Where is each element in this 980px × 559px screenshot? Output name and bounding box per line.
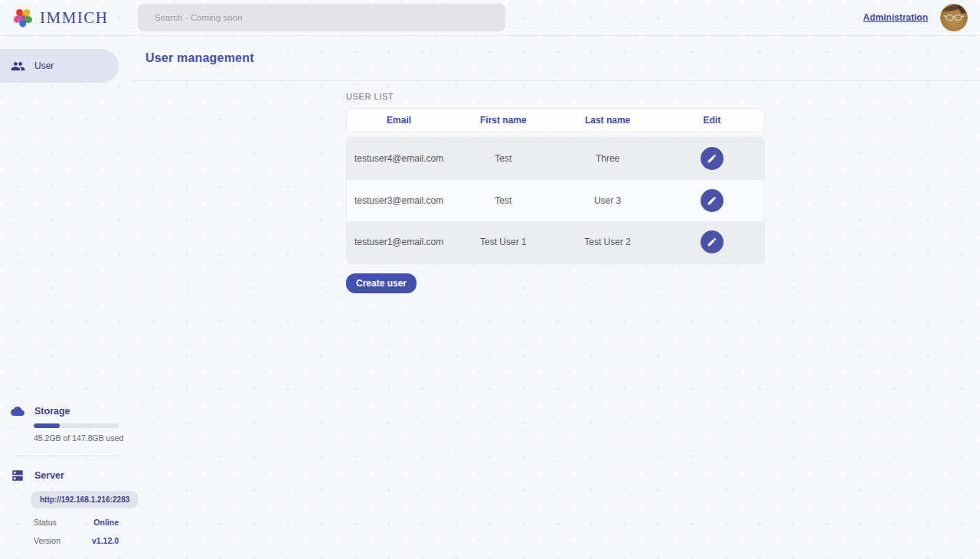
cell-last-name: User 3 (556, 195, 660, 206)
sidebar-divider (12, 456, 119, 456)
navbar-right: Administration (863, 4, 980, 31)
user-avatar[interactable] (940, 4, 968, 31)
storage-usage-text: 45.2GB of 147.8GB used (34, 433, 131, 443)
server-url-badge: http://192.168.1.216:2283 (31, 491, 139, 508)
cell-first-name: Test User 1 (451, 237, 555, 247)
table-row: testuser3@email.com Test User 3 (347, 180, 764, 222)
server-label: Server (34, 470, 64, 481)
server-icon (11, 469, 24, 482)
page-header: User management (131, 36, 980, 81)
pencil-icon (707, 195, 717, 206)
sidebar-item-user[interactable]: User (0, 49, 119, 83)
immich-logo[interactable]: IMMICH (0, 7, 126, 28)
user-table-body: testuser4@email.com Test Three te (346, 137, 765, 264)
column-header-first-name: First name (451, 115, 555, 126)
column-header-edit: Edit (660, 115, 764, 126)
server-status-value: Online (93, 518, 119, 527)
pencil-icon (707, 237, 717, 247)
table-row: testuser1@email.com Test User 1 Test Use… (347, 221, 764, 263)
storage-label: Storage (34, 406, 70, 417)
users-group-icon (11, 59, 25, 74)
pencil-icon (707, 153, 717, 164)
cell-email: testuser4@email.com (347, 153, 451, 164)
cell-first-name: Test (451, 153, 555, 164)
server-status-label: Status (34, 518, 57, 527)
server-version-label: Version (34, 536, 60, 545)
edit-user-button[interactable] (701, 189, 724, 212)
search-input[interactable] (138, 4, 505, 31)
user-list-label: USER LIST (346, 92, 765, 101)
cell-first-name: Test (451, 195, 555, 206)
create-user-button[interactable]: Create user (346, 273, 416, 293)
administration-link[interactable]: Administration (863, 12, 928, 23)
sidebar-footer: Storage 45.2GB of 147.8GB used Server ht… (0, 404, 131, 559)
cell-email: testuser3@email.com (347, 195, 451, 206)
table-row: testuser4@email.com Test Three (347, 138, 764, 180)
column-header-last-name: Last name (556, 115, 660, 126)
cell-email: testuser1@email.com (347, 237, 451, 247)
sidebar-item-user-label: User (34, 60, 54, 71)
cell-last-name: Test User 2 (556, 237, 660, 247)
cloud-icon (11, 404, 24, 418)
table-header-row: Email First name Last name Edit (346, 108, 765, 132)
storage-progress (34, 423, 119, 428)
edit-user-button[interactable] (701, 230, 724, 253)
sidebar: User Storage 45.2GB of 147.8GB used (0, 36, 131, 559)
page-title: User management (145, 51, 254, 65)
edit-user-button[interactable] (701, 147, 724, 170)
column-header-email: Email (347, 115, 451, 126)
immich-flower-icon (12, 7, 34, 28)
storage-progress-fill (34, 423, 60, 428)
main-area: USER LIST Email First name Last name Edi… (131, 81, 980, 293)
brand-title: IMMICH (40, 8, 109, 28)
cell-last-name: Three (556, 153, 660, 164)
top-navbar: IMMICH Administration (0, 0, 980, 36)
server-version-value: v1.12.0 (92, 536, 119, 545)
